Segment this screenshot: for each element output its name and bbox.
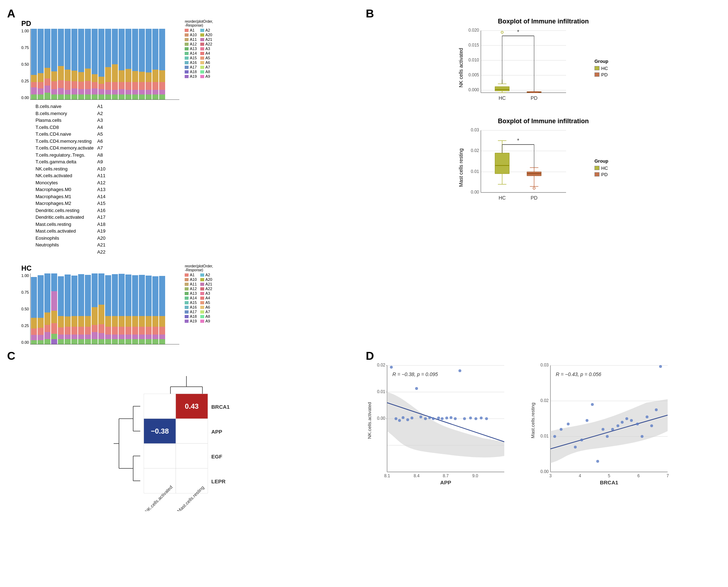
panel-a: A PD 1.00 0.75 0.50 0.25 0.00	[7, 7, 362, 346]
svg-rect-36	[78, 72, 84, 82]
svg-rect-134	[71, 316, 77, 327]
svg-rect-156	[98, 333, 104, 339]
svg-point-376	[655, 408, 658, 411]
svg-rect-196	[152, 335, 158, 339]
svg-rect-34	[71, 94, 77, 100]
svg-rect-96	[159, 70, 165, 82]
svg-point-333	[469, 417, 472, 419]
scatter1-container: 0.02 0.01 0.00 8.1 8.4 8.7 9.0	[366, 360, 518, 493]
svg-point-332	[463, 417, 466, 420]
svg-rect-143	[85, 275, 91, 316]
scatter2-svg: 0.03 0.02 0.01 0.00 3 4 5 6 7	[529, 360, 682, 491]
svg-rect-40	[85, 29, 91, 69]
svg-rect-81	[139, 72, 145, 82]
svg-point-361	[580, 439, 583, 441]
boxplot2-title: Boxplot of Immune infiltration	[458, 118, 629, 125]
svg-rect-168	[119, 274, 125, 316]
svg-rect-159	[105, 316, 111, 327]
svg-text:0.015: 0.015	[468, 43, 479, 48]
svg-rect-149	[92, 307, 98, 325]
svg-rect-194	[152, 316, 158, 327]
svg-point-321	[415, 387, 418, 390]
svg-rect-172	[119, 339, 125, 344]
svg-rect-33	[71, 88, 77, 94]
svg-rect-185	[139, 327, 145, 335]
svg-rect-153	[98, 273, 104, 305]
svg-rect-17	[51, 81, 57, 89]
svg-rect-20	[58, 29, 64, 66]
panel-d: D	[366, 349, 721, 580]
svg-point-357	[553, 435, 556, 438]
svg-rect-246	[495, 153, 509, 174]
svg-point-329	[450, 416, 452, 419]
svg-rect-286	[144, 444, 176, 468]
svg-point-363	[591, 403, 594, 406]
svg-rect-89	[146, 94, 152, 100]
svg-point-375	[650, 424, 653, 427]
svg-text:BRCA1: BRCA1	[600, 479, 618, 485]
svg-rect-160	[105, 327, 111, 335]
svg-rect-191	[146, 335, 152, 339]
heatmap-section: 0.43 −0.38 BRCA1 APP EG	[7, 362, 362, 511]
svg-rect-91	[152, 70, 158, 82]
svg-text:APP: APP	[440, 479, 451, 485]
svg-rect-155	[98, 324, 104, 333]
svg-rect-166	[112, 335, 118, 339]
svg-rect-28	[65, 90, 71, 94]
svg-text:LEPR: LEPR	[211, 478, 226, 484]
svg-point-370	[625, 417, 628, 420]
svg-rect-84	[139, 94, 145, 100]
svg-rect-145	[85, 327, 91, 335]
svg-rect-157	[98, 339, 104, 344]
svg-text:*: *	[517, 138, 519, 144]
svg-rect-198	[159, 276, 165, 316]
svg-rect-150	[92, 325, 98, 332]
svg-rect-133	[71, 276, 77, 316]
svg-rect-67	[119, 82, 125, 89]
svg-text:8.1: 8.1	[384, 473, 390, 478]
panel-b-label: B	[366, 7, 374, 20]
svg-point-324	[428, 416, 431, 419]
svg-text:0.00: 0.00	[471, 190, 479, 195]
svg-rect-171	[119, 335, 125, 339]
boxplot1-svg: 0.020 0.015 0.010 0.005 0.000	[467, 27, 591, 109]
svg-point-362	[586, 419, 588, 422]
svg-rect-61	[112, 64, 118, 82]
svg-rect-64	[112, 94, 118, 100]
svg-rect-147	[85, 339, 91, 344]
svg-rect-51	[98, 77, 104, 84]
panel-a-label: A	[7, 7, 15, 20]
hc-chart-area: HC 1.00 0.75 0.50 0.25 0.00	[21, 264, 179, 346]
svg-rect-0	[31, 29, 37, 75]
svg-rect-27	[65, 81, 71, 90]
svg-rect-175	[125, 327, 131, 335]
svg-text:0.01: 0.01	[471, 169, 479, 174]
pd-chart-group: PD 1.00 0.75 0.50 0.25 0.00	[21, 20, 362, 101]
svg-text:0.03: 0.03	[540, 363, 549, 368]
svg-rect-116	[44, 339, 50, 344]
svg-rect-25	[65, 29, 71, 70]
svg-text:0.02: 0.02	[471, 148, 479, 153]
svg-point-315	[390, 366, 393, 369]
svg-text:7: 7	[667, 473, 669, 478]
boxplot1-area: NK cells activated 0.020 0.015 0.010 0.0…	[458, 27, 629, 109]
svg-rect-192	[146, 339, 152, 344]
boxplot1-ylabel: NK cells activated	[458, 48, 464, 87]
heatmap-svg: 0.43 −0.38 BRCA1 APP EG	[105, 362, 265, 511]
svg-text:0.020: 0.020	[468, 28, 479, 33]
boxplot1-container: Boxplot of Immune infiltration NK cells …	[458, 18, 629, 109]
svg-rect-26	[65, 70, 71, 81]
svg-rect-14	[44, 93, 50, 100]
svg-rect-121	[51, 334, 57, 339]
boxplot1-title: Boxplot of Immune infiltration	[458, 18, 629, 25]
svg-rect-85	[146, 29, 152, 72]
pd-legend-title: reorder(plotOrder,-Response)	[185, 20, 213, 27]
svg-rect-187	[139, 339, 145, 344]
svg-rect-66	[119, 70, 125, 82]
svg-rect-125	[58, 327, 64, 335]
svg-point-366	[606, 435, 609, 438]
svg-rect-87	[146, 82, 152, 90]
svg-rect-38	[78, 89, 84, 94]
svg-rect-138	[78, 274, 84, 316]
svg-rect-154	[98, 305, 104, 324]
